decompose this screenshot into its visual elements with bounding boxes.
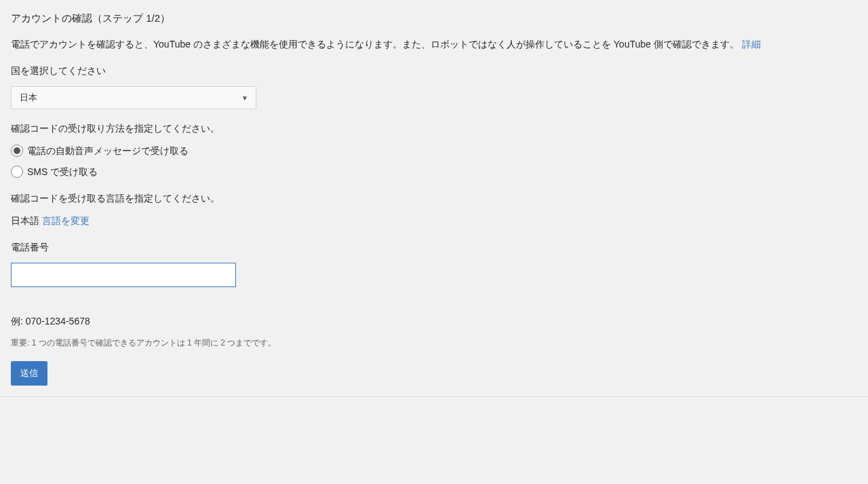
submit-button[interactable]: 送信	[11, 361, 47, 386]
page-title: アカウントの確認（ステップ 1/2）	[11, 11, 857, 26]
country-selected-value: 日本	[20, 91, 37, 105]
radio-voice-label: 電話の自動音声メッセージで受け取る	[27, 144, 189, 158]
radio-selected-icon	[11, 145, 23, 157]
code-method-group: 電話の自動音声メッセージで受け取る SMS で受け取る	[11, 144, 857, 179]
code-language-label: 確認コードを受け取る言語を指定してください。	[11, 191, 857, 206]
important-note: 重要: 1 つの電話番号で確認できるアカウントは 1 年間に 2 つまでです。	[11, 337, 857, 349]
phone-label: 電話番号	[11, 240, 857, 255]
radio-sms-label: SMS で受け取る	[27, 165, 98, 179]
details-link[interactable]: 詳細	[742, 39, 761, 50]
country-label: 国を選択してください	[11, 64, 857, 78]
country-select-wrapper: 日本 ▼	[11, 86, 256, 109]
code-method-label: 確認コードの受け取り方法を指定してください。	[11, 122, 857, 136]
language-row: 日本語 言語を変更	[11, 214, 857, 228]
change-language-link[interactable]: 言語を変更	[42, 215, 90, 226]
radio-unselected-icon	[11, 166, 23, 178]
radio-sms[interactable]: SMS で受け取る	[11, 165, 857, 179]
phone-example: 例: 070-1234-5678	[11, 314, 857, 329]
phone-input[interactable]	[11, 263, 236, 287]
description-row: 電話でアカウントを確認すると、YouTube のさまざまな機能を使用できるように…	[11, 37, 857, 52]
country-select[interactable]: 日本	[11, 86, 256, 109]
radio-voice-call[interactable]: 電話の自動音声メッセージで受け取る	[11, 144, 857, 158]
current-language: 日本語	[11, 215, 39, 226]
description-text: 電話でアカウントを確認すると、YouTube のさまざまな機能を使用できるように…	[11, 39, 742, 50]
verification-form: アカウントの確認（ステップ 1/2） 電話でアカウントを確認すると、YouTub…	[0, 0, 868, 397]
